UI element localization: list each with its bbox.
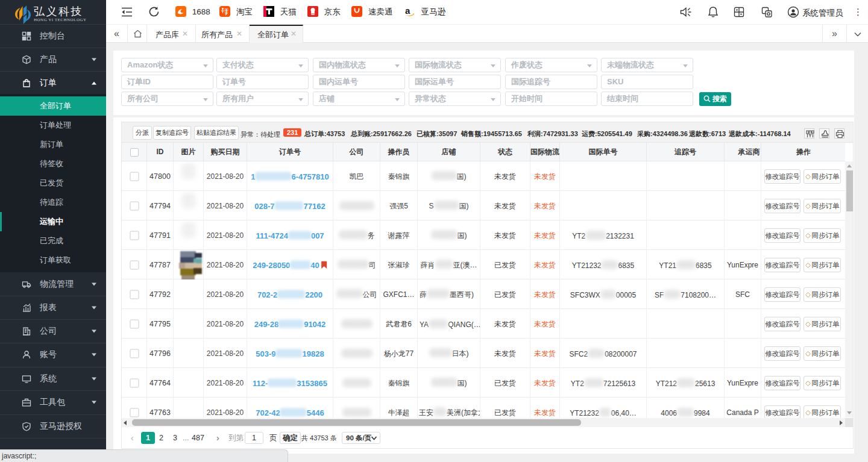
svg-text:a: a bbox=[405, 6, 410, 16]
